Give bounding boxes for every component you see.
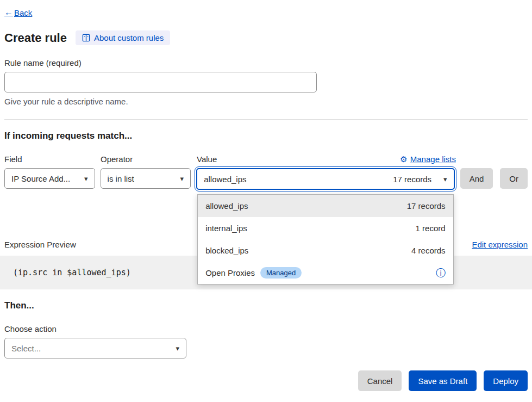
page-title: Create rule (4, 31, 67, 45)
save-draft-button[interactable]: Save as Draft (409, 370, 477, 391)
dropdown-item-internal-ips[interactable]: internal_ips 1 record (198, 217, 453, 239)
managed-badge: Managed (260, 267, 302, 279)
chevron-down-icon: ▾ (180, 175, 184, 183)
action-select[interactable]: Select... ▾ (4, 338, 186, 358)
dropdown-item-name-group: Open Proxies Managed (205, 267, 302, 279)
value-select[interactable]: allowed_ips 17 records ▾ (196, 168, 455, 190)
dropdown-item-meta: 17 records (407, 201, 446, 211)
edit-expression-link[interactable]: Edit expression (472, 240, 528, 249)
about-custom-rules-label: About custom rules (94, 33, 164, 42)
value-dropdown-menu: allowed_ips 17 records internal_ips 1 re… (197, 194, 454, 285)
footer-actions: Cancel Save as Draft Deploy (4, 370, 528, 391)
back-link[interactable]: ←Back (4, 8, 32, 17)
value-label: Value (197, 154, 217, 164)
choose-action-label: Choose action (4, 324, 528, 333)
info-icon[interactable]: ⓘ (436, 268, 446, 278)
manage-lists-link[interactable]: ⚙ Manage lists (400, 154, 456, 164)
value-label-cell: Value ⚙ Manage lists (197, 154, 456, 164)
operator-label: Operator (101, 154, 191, 164)
and-button[interactable]: And (460, 168, 493, 189)
action-select-placeholder: Select... (11, 344, 41, 353)
dropdown-item-blocked-ips[interactable]: blocked_ips 4 records (198, 239, 453, 262)
deploy-button[interactable]: Deploy (484, 370, 528, 391)
then-heading: Then... (4, 300, 528, 311)
field-select-value: IP Source Add... (11, 174, 70, 183)
dropdown-item-open-proxies[interactable]: Open Proxies Managed ⓘ (198, 262, 453, 284)
back-arrow-icon: ← (4, 8, 13, 17)
or-button[interactable]: Or (500, 168, 528, 189)
back-link-label: Back (14, 8, 32, 17)
chevron-down-icon: ▾ (176, 344, 179, 352)
expression-code: (ip.src in $allowed_ips) (13, 268, 131, 277)
dropdown-item-name: internal_ips (205, 224, 247, 233)
create-rule-page: ←Back Create rule About custom rules Rul… (0, 0, 532, 391)
field-select[interactable]: IP Source Add... ▾ (4, 168, 95, 189)
field-label: Field (4, 154, 95, 164)
dropdown-item-allowed-ips[interactable]: allowed_ips 17 records (198, 195, 453, 217)
cancel-button[interactable]: Cancel (358, 370, 402, 391)
rule-name-label: Rule name (required) (4, 58, 528, 67)
manage-lists-label: Manage lists (410, 154, 456, 164)
about-custom-rules-link[interactable]: About custom rules (76, 30, 170, 45)
chevron-down-icon: ▾ (443, 175, 447, 183)
section-divider (4, 119, 528, 120)
expression-preview-label: Expression Preview (4, 240, 76, 249)
dropdown-item-meta: 4 records (411, 246, 446, 255)
value-select-right: 17 records ▾ (393, 175, 447, 184)
rule-name-input[interactable] (4, 72, 317, 92)
match-labels-row: Field Operator Value ⚙ Manage lists (4, 154, 528, 164)
operator-select[interactable]: is in list ▾ (101, 168, 191, 189)
gear-icon: ⚙ (400, 155, 407, 163)
rule-name-helper: Give your rule a descriptive name. (4, 97, 528, 106)
operator-select-value: is in list (108, 174, 134, 183)
chevron-down-icon: ▾ (84, 175, 88, 183)
value-select-value: allowed_ips (204, 175, 246, 184)
dropdown-item-name: Open Proxies (205, 268, 255, 277)
match-heading: If incoming requests match... (4, 131, 528, 141)
dropdown-item-meta: 1 record (416, 224, 446, 233)
title-row: Create rule About custom rules (4, 30, 528, 45)
dropdown-item-name: allowed_ips (205, 201, 248, 211)
match-selects-row: IP Source Add... ▾ is in list ▾ allowed_… (4, 168, 528, 190)
value-select-meta: 17 records (393, 175, 431, 184)
dropdown-item-name: blocked_ips (205, 246, 248, 255)
book-icon (82, 34, 90, 42)
value-select-wrap: allowed_ips 17 records ▾ allowed_ips 17 … (196, 168, 455, 190)
